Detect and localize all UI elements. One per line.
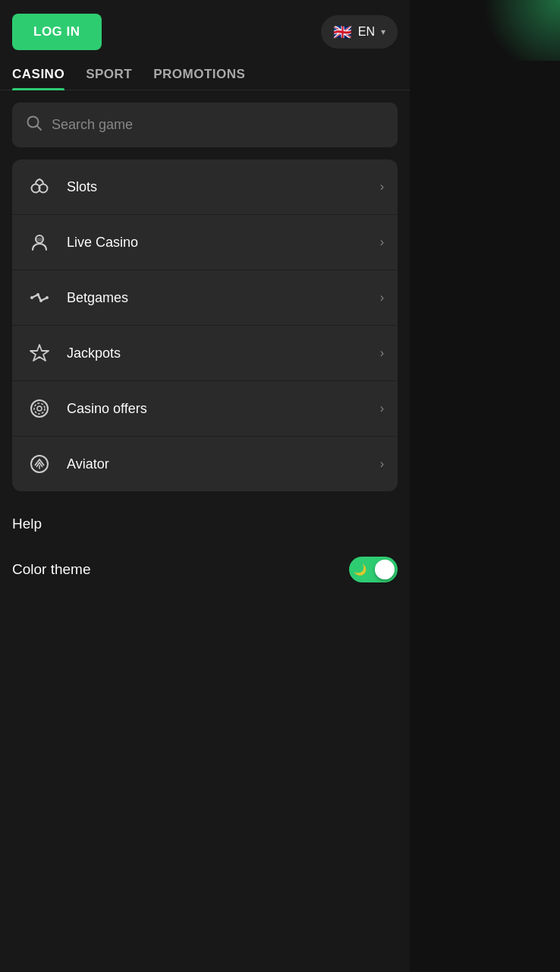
chevron-right-icon: › <box>380 291 384 305</box>
chevron-right-icon: › <box>380 402 384 415</box>
help-link[interactable]: Help <box>12 516 398 532</box>
chevron-down-icon: ▾ <box>381 27 385 37</box>
svg-point-11 <box>39 299 42 302</box>
chevron-right-icon: › <box>380 235 384 249</box>
menu-label-jackpots: Jackpots <box>67 346 121 361</box>
menu-label-casino-offers: Casino offers <box>67 401 147 417</box>
menu-label-aviator: Aviator <box>67 456 109 472</box>
svg-point-15 <box>34 403 45 414</box>
svg-point-16 <box>37 406 42 411</box>
moon-icon: 🌙 <box>354 563 367 576</box>
chevron-right-icon: › <box>380 457 384 471</box>
chevron-right-icon: › <box>380 346 384 360</box>
toggle-knob <box>375 560 395 579</box>
search-box <box>12 103 398 147</box>
svg-point-9 <box>30 296 33 299</box>
tab-promotions[interactable]: PROMOTIONS <box>153 59 245 90</box>
bottom-section: Help Color theme 🌙 <box>0 491 410 582</box>
right-panel <box>401 0 560 972</box>
color-theme-label: Color theme <box>12 561 91 578</box>
svg-marker-13 <box>30 345 49 361</box>
svg-point-17 <box>31 456 48 472</box>
tab-sport[interactable]: SPORT <box>86 59 132 90</box>
chevron-right-icon: › <box>380 180 384 194</box>
color-theme-row: Color theme 🌙 <box>12 557 398 582</box>
svg-line-1 <box>37 126 42 131</box>
casino-offers-icon <box>26 395 53 422</box>
svg-point-10 <box>36 293 39 296</box>
betgames-icon <box>26 284 53 311</box>
main-content: LOG IN 🇬🇧 EN ▾ CASINO SPORT PROMOTIONS <box>0 0 410 972</box>
header: LOG IN 🇬🇧 EN ▾ <box>0 0 410 59</box>
jackpots-icon <box>26 339 53 367</box>
menu-item-jackpots[interactable]: Jackpots › <box>12 326 398 381</box>
color-theme-toggle[interactable]: 🌙 <box>349 557 398 582</box>
svg-point-12 <box>46 296 49 299</box>
svg-rect-5 <box>36 238 42 241</box>
menu-label-live-casino: Live Casino <box>67 235 138 251</box>
menu-item-live-casino[interactable]: Live Casino › <box>12 215 398 270</box>
navigation-tabs: CASINO SPORT PROMOTIONS <box>0 59 410 90</box>
language-code: EN <box>358 25 375 39</box>
menu-container: Slots › Live Casino › <box>12 159 398 491</box>
slots-icon <box>26 173 53 200</box>
search-icon <box>26 115 42 135</box>
language-selector[interactable]: 🇬🇧 EN ▾ <box>321 15 398 49</box>
menu-item-slots[interactable]: Slots › <box>12 159 398 215</box>
green-accent-decoration <box>469 0 560 61</box>
search-input[interactable] <box>52 117 384 133</box>
tab-casino[interactable]: CASINO <box>12 59 64 90</box>
live-casino-icon <box>26 229 53 256</box>
menu-item-betgames[interactable]: Betgames › <box>12 270 398 326</box>
menu-label-betgames: Betgames <box>67 290 128 306</box>
menu-item-aviator[interactable]: Aviator › <box>12 437 398 491</box>
flag-icon: 🇬🇧 <box>333 23 352 41</box>
menu-label-slots: Slots <box>67 179 97 195</box>
aviator-icon <box>26 450 53 478</box>
search-container <box>12 103 398 147</box>
login-button[interactable]: LOG IN <box>12 14 102 50</box>
menu-item-casino-offers[interactable]: Casino offers › <box>12 381 398 437</box>
